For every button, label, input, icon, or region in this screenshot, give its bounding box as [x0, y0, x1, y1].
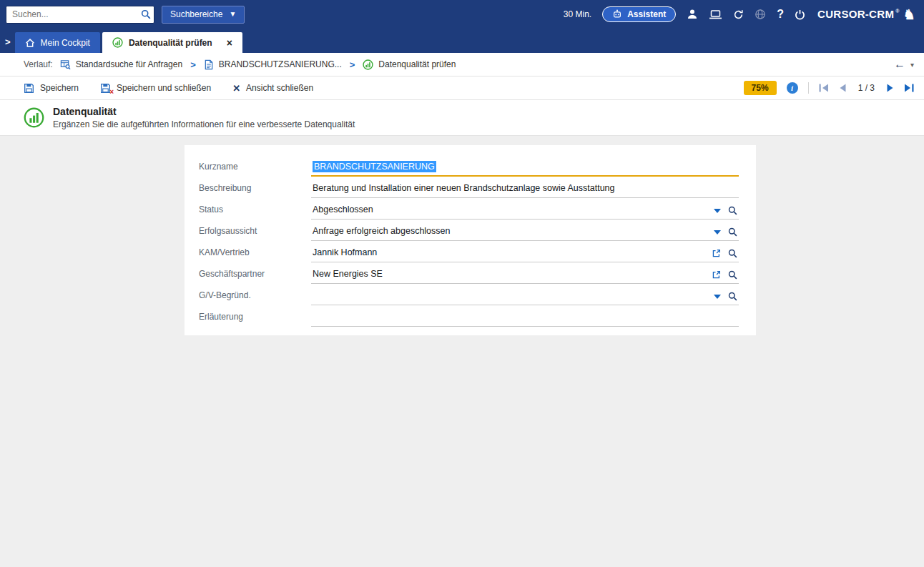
field-input-gv-begruend[interactable] [311, 290, 739, 305]
lookup-search-icon[interactable] [728, 227, 737, 237]
field-label-geschaeftspartner: Geschäftspartner [199, 269, 311, 284]
form-row-status: StatusAbgeschlossen [199, 198, 739, 220]
toolbar-divider [808, 82, 809, 94]
field-input-erfolgsaussicht[interactable]: Anfrage erfolgreich abgeschlossen [311, 222, 739, 241]
breadcrumb-item-datenqualitaet[interactable]: Datenqualität prüfen [363, 59, 456, 70]
page-title: Datenqualität [53, 106, 355, 117]
breadcrumb-prefix: Verlauf: [24, 59, 53, 69]
breadcrumb-item-brandschutzsanierung[interactable]: BRANDSCHUTZSANIERUNG... [204, 59, 342, 70]
breadcrumb-right-controls: ← ▾ [894, 59, 914, 70]
search-areas-label: Suchbereiche [170, 9, 222, 19]
close-x-icon: ✕ [232, 83, 240, 94]
first-record-icon[interactable] [819, 84, 829, 92]
field-controls-status [714, 206, 737, 215]
user-icon[interactable] [687, 9, 698, 20]
assistant-label: Assistent [627, 9, 666, 19]
record-position: 1 / 3 [857, 83, 876, 93]
breadcrumb-label: Datenqualität prüfen [378, 59, 456, 69]
lookup-search-icon[interactable] [728, 292, 737, 301]
info-icon[interactable]: i [787, 82, 798, 94]
tab-label: Datenqualität prüfen [129, 38, 212, 48]
form-panel: KurznameBRANDSCHUTZSANIERUNGBeschreibung… [185, 145, 756, 335]
page-header-text: Datenqualität Ergänzen Sie die aufgeführ… [53, 106, 355, 129]
search-table-icon [60, 59, 71, 70]
global-search [6, 6, 154, 24]
field-label-status: Status [199, 204, 311, 220]
dropdown-caret-icon[interactable] [714, 295, 721, 299]
expand-sidebar-chevron-icon[interactable]: > [1, 36, 15, 53]
breadcrumb-item-standardsuche[interactable]: Standardsuche für Anfragen [60, 59, 182, 70]
tab-datenqualitaet-pruefen[interactable]: Datenqualität prüfen × [102, 32, 242, 53]
field-controls-geschaeftspartner [712, 270, 737, 280]
field-input-status[interactable]: Abgeschlossen [311, 201, 739, 220]
field-label-erfolgsaussicht: Erfolgsaussicht [199, 226, 311, 241]
save-and-close-button[interactable]: × Speichern und schließen [100, 83, 211, 94]
field-value-status: Abgeschlossen [313, 204, 373, 215]
record-pager: 1 / 3 [819, 83, 914, 93]
form-row-erlaeuterung: Erläuterung [199, 305, 739, 327]
field-input-kam-vertrieb[interactable]: Jannik Hofmann [311, 244, 739, 262]
toolbar-right: 75% i 1 / 3 [744, 81, 914, 95]
page-subtitle: Ergänzen Sie die aufgeführten Informatio… [53, 119, 355, 129]
app-window: Suchbereiche ▼ 30 Min. Assistent [0, 0, 924, 567]
field-input-kurzname[interactable]: BRANDSCHUTZSANIERUNG [311, 158, 739, 177]
lookup-search-icon[interactable] [728, 249, 737, 258]
search-input[interactable] [6, 6, 154, 24]
field-label-gv-begruend: G/V-Begründ. [199, 290, 311, 305]
form-row-beschreibung: BeschreibungBeratung und Installation ei… [199, 177, 739, 198]
device-icon[interactable] [709, 9, 722, 20]
data-quality-icon [24, 107, 44, 128]
close-view-button[interactable]: ✕ Ansicht schließen [232, 83, 313, 94]
field-value-geschaeftspartner: New Energies SE [313, 269, 383, 279]
help-icon[interactable]: ? [777, 8, 784, 21]
lookup-search-icon[interactable] [728, 206, 737, 215]
breadcrumb-label: Standardsuche für Anfragen [76, 59, 182, 69]
field-label-kurzname: Kurzname [199, 162, 311, 177]
logout-power-icon[interactable] [795, 9, 805, 20]
history-back-icon[interactable]: ← [894, 59, 905, 70]
globe-icon[interactable] [755, 9, 766, 20]
topbar-right: 30 Min. Assistent ? [564, 6, 915, 22]
form-row-gv-begruend: G/V-Begründ. [199, 284, 739, 305]
search-icon[interactable] [141, 9, 151, 19]
data-quality-icon [112, 37, 123, 48]
save-close-floppy-icon: × [100, 83, 111, 94]
breadcrumb-label: BRANDSCHUTZSANIERUNG... [219, 59, 342, 69]
field-input-geschaeftspartner[interactable]: New Energies SE [311, 265, 739, 284]
assistant-button[interactable]: Assistent [602, 6, 676, 22]
save-label: Speichern [40, 83, 79, 93]
refresh-icon[interactable] [733, 9, 744, 20]
dropdown-caret-icon[interactable] [714, 209, 721, 213]
open-record-icon[interactable] [712, 270, 721, 280]
request-document-icon [204, 59, 214, 70]
save-button[interactable]: Speichern [24, 83, 79, 94]
field-value-kurzname: BRANDSCHUTZSANIERUNG [313, 161, 436, 172]
open-record-icon[interactable] [712, 249, 721, 258]
field-value-beschreibung: Beratung und Installation einer neuen Br… [313, 183, 615, 193]
last-record-icon[interactable] [904, 84, 914, 92]
field-input-beschreibung[interactable]: Beratung und Installation einer neuen Br… [311, 179, 739, 198]
previous-record-icon[interactable] [840, 84, 846, 92]
tab-mein-cockpit[interactable]: Mein Cockpit [15, 32, 100, 53]
brand-text: CURSOR-CRM [817, 8, 894, 20]
topbar: Suchbereiche ▼ 30 Min. Assistent [0, 0, 924, 29]
form-row-geschaeftspartner: GeschäftspartnerNew Energies SE [199, 262, 739, 284]
close-tab-icon[interactable]: × [227, 38, 232, 48]
close-view-label: Ansicht schließen [246, 83, 313, 93]
tabbar: > Mein Cockpit Datenqualität prüfen × [0, 29, 924, 53]
assistant-robot-icon [612, 9, 622, 19]
session-timer: 30 Min. [564, 9, 591, 19]
field-label-kam-vertrieb: KAM/Vertrieb [199, 247, 311, 262]
next-record-icon[interactable] [887, 84, 893, 92]
form-row-erfolgsaussicht: ErfolgsaussichtAnfrage erfolgreich abges… [199, 220, 739, 241]
registered-mark: ® [895, 9, 899, 14]
history-dropdown-caret-icon[interactable]: ▾ [910, 61, 914, 69]
dropdown-caret-icon[interactable] [714, 230, 721, 235]
lookup-search-icon[interactable] [728, 270, 737, 280]
content-area: KurznameBRANDSCHUTZSANIERUNGBeschreibung… [0, 136, 924, 567]
search-areas-button[interactable]: Suchbereiche ▼ [162, 6, 245, 24]
form-row-kam-vertrieb: KAM/VertriebJannik Hofmann [199, 241, 739, 262]
field-input-erlaeuterung[interactable] [311, 311, 739, 327]
knight-logo-icon: ♞ [903, 8, 915, 21]
brand-logo: CURSOR-CRM ® ♞ [817, 8, 915, 21]
